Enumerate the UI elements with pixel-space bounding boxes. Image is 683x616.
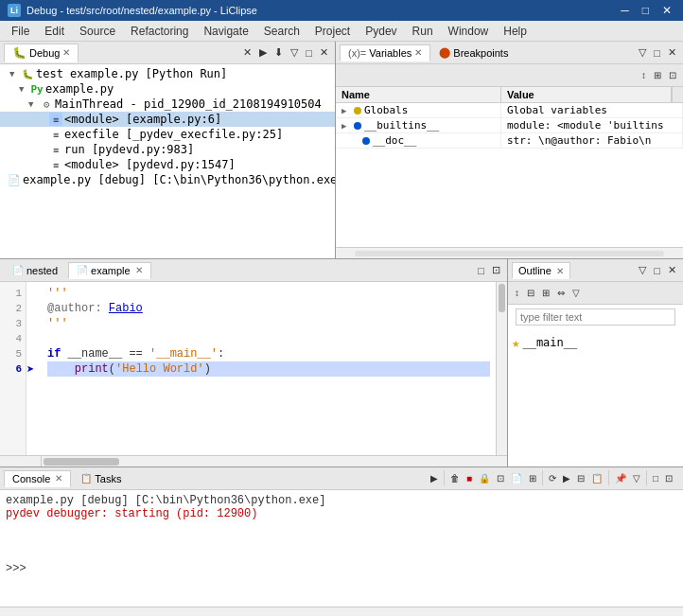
- vars-toolbar: ↕ ⊞ ⊡: [336, 64, 683, 87]
- tree-item-mainthread[interactable]: ▼ ⚙ MainThread - pid_12900_id_2108194910…: [0, 97, 335, 112]
- console-scroll-lock-btn[interactable]: 🔒: [476, 472, 493, 484]
- hscroll-thumb[interactable]: [355, 251, 664, 256]
- editor-content: 1 2 3 4 5 6 ➤ ''' @a: [0, 282, 507, 455]
- vars-tab-close[interactable]: ✕: [414, 47, 422, 58]
- menu-source[interactable]: Source: [72, 23, 123, 40]
- menu-pydev[interactable]: Pydev: [358, 23, 404, 40]
- debug-resume-btn[interactable]: ▶: [256, 45, 270, 60]
- menu-search[interactable]: Search: [256, 23, 307, 40]
- vars-row-doc[interactable]: ▶ __doc__ str: \n@author: Fabio\n: [336, 133, 683, 149]
- console-min-btn[interactable]: □: [650, 472, 661, 484]
- hscroll-thumb[interactable]: [44, 458, 119, 466]
- menu-window[interactable]: Window: [441, 23, 497, 40]
- expand-icon[interactable]: ▶: [342, 106, 351, 115]
- tab-tasks[interactable]: 📋 Tasks: [73, 471, 129, 486]
- tree-item-frame-run[interactable]: ≡ run [pydevd.py:983]: [0, 142, 335, 157]
- menu-run[interactable]: Run: [405, 23, 441, 40]
- gutter-3: [26, 316, 42, 331]
- menu-navigate[interactable]: Navigate: [196, 23, 255, 40]
- tab-debug[interactable]: 🐛 Debug ✕: [4, 44, 79, 62]
- console-btn5[interactable]: 📄: [508, 472, 525, 484]
- tab-nested[interactable]: 📄 nested: [4, 262, 66, 279]
- menu-edit[interactable]: Edit: [37, 23, 72, 40]
- tab-outline[interactable]: Outline ✕: [512, 262, 570, 279]
- tree-item-frame-module[interactable]: ≡ <module> [pydevd.py:1547]: [0, 157, 335, 172]
- close-button[interactable]: ✕: [658, 4, 675, 17]
- vars-row-builtins[interactable]: ▶ __builtins__ module: <module 'builtins: [336, 118, 683, 133]
- tab-example[interactable]: 📄 example ✕: [68, 262, 151, 279]
- editor-vscrollbar[interactable]: [496, 282, 507, 455]
- minimize-button[interactable]: ─: [617, 4, 633, 17]
- console-btn4[interactable]: ⊡: [494, 472, 507, 484]
- code-line-4: [47, 331, 490, 346]
- console-hscrollbar[interactable]: [0, 607, 683, 616]
- vars-min-btn[interactable]: □: [651, 45, 663, 60]
- menu-help[interactable]: Help: [496, 23, 534, 40]
- outline-sort-btn[interactable]: ↕: [512, 287, 522, 299]
- debug-close-btn[interactable]: ✕: [317, 45, 331, 60]
- code-area[interactable]: ''' @author: Fabio ''' if __name__ == '_…: [42, 282, 496, 455]
- console-pin-btn[interactable]: 📌: [612, 472, 629, 484]
- console-output-line: pydev debugger: starting (pid: 12900): [6, 507, 677, 520]
- expand-icon[interactable]: ▶: [342, 121, 351, 131]
- vars-close-btn[interactable]: ✕: [665, 45, 679, 60]
- debug-step-btn[interactable]: ⬇: [271, 45, 286, 60]
- example-tab-close[interactable]: ✕: [135, 265, 143, 275]
- hscroll-track[interactable]: [42, 456, 507, 466]
- tree-item-example[interactable]: ▼ Py example.py: [0, 81, 335, 97]
- builtins-dot-icon: [354, 122, 361, 130]
- tab-console[interactable]: Console ✕: [4, 470, 71, 487]
- tree-item-file[interactable]: 📄 example.py [debug] [C:\bin\Python36\py…: [0, 172, 335, 187]
- editor-max-btn[interactable]: ⊡: [489, 263, 503, 277]
- tab-breakpoints[interactable]: ⬤ Breakpoints: [431, 44, 516, 61]
- console-btn8[interactable]: ▶: [560, 472, 573, 484]
- line-num-1: 1: [4, 286, 22, 301]
- outline-close-btn[interactable]: ✕: [665, 263, 679, 277]
- outline-dropdown-btn[interactable]: ▽: [636, 263, 649, 277]
- menu-refactoring[interactable]: Refactoring: [123, 23, 196, 40]
- tab-variables[interactable]: (x)= Variables ✕: [340, 44, 430, 62]
- tree-item-test[interactable]: ▼ 🐛 test example.py [Python Run]: [0, 66, 335, 81]
- outline-tab-close[interactable]: ✕: [556, 266, 564, 276]
- gutter-2: [26, 301, 42, 316]
- vscroll-thumb[interactable]: [499, 284, 505, 312]
- debug-dropdown-btn[interactable]: ▽: [288, 45, 301, 60]
- tree-item-frame-execfile[interactable]: ≡ execfile [_pydev_execfile.py:25]: [0, 127, 335, 142]
- console-btn7[interactable]: ⟳: [546, 472, 559, 484]
- vars-dropdown-btn[interactable]: ▽: [636, 45, 649, 60]
- console-btn10[interactable]: 📋: [588, 472, 605, 484]
- vars-toolbar-btn1[interactable]: ↕: [639, 69, 649, 81]
- vars-row-globals[interactable]: ▶ Globals Global variables: [336, 103, 683, 118]
- vars-header: Name Value: [336, 87, 683, 103]
- outline-settings-btn[interactable]: ▽: [569, 287, 583, 299]
- debug-min-btn[interactable]: □: [303, 45, 315, 60]
- editor-min-btn[interactable]: □: [475, 263, 487, 277]
- vars-toolbar-btn3[interactable]: ⊡: [666, 69, 679, 81]
- menu-file[interactable]: File: [4, 23, 37, 40]
- outline-item-main[interactable]: ★ __main__: [512, 333, 679, 352]
- console-run-btn[interactable]: ▶: [428, 472, 441, 484]
- console-dropdown-btn[interactable]: ▽: [630, 472, 643, 484]
- code-line-2: @author: Fabio: [47, 301, 490, 316]
- tree-item-frame-selected[interactable]: ≡ <module> [example.py:6]: [0, 112, 335, 127]
- console-max-btn[interactable]: ⊡: [662, 472, 675, 484]
- vars-toolbar-btn2[interactable]: ⊞: [651, 69, 664, 81]
- debug-tab-close[interactable]: ✕: [62, 47, 70, 58]
- outline-collapse-btn[interactable]: ⊟: [524, 287, 537, 299]
- outline-min-btn[interactable]: □: [651, 263, 663, 277]
- console-btn6[interactable]: ⊞: [526, 472, 539, 484]
- code-line-6: print('Hello World'): [47, 361, 490, 377]
- debug-remove-btn[interactable]: ✕: [240, 45, 254, 60]
- outline-filter-input[interactable]: [516, 308, 675, 326]
- tasks-tab-icon: 📋: [80, 473, 92, 484]
- console-clear-btn[interactable]: 🗑: [447, 472, 463, 484]
- outline-link-btn[interactable]: ⇔: [554, 287, 568, 299]
- console-btn9[interactable]: ⊟: [574, 472, 587, 484]
- outline-expand-btn[interactable]: ⊞: [539, 287, 552, 299]
- line-num-2: 2: [4, 301, 22, 316]
- console-stop-btn[interactable]: ■: [464, 472, 475, 484]
- menu-project[interactable]: Project: [307, 23, 358, 40]
- titlebar-controls[interactable]: ─ □ ✕: [617, 4, 675, 17]
- console-tab-close[interactable]: ✕: [55, 473, 62, 484]
- maximize-button[interactable]: □: [639, 4, 653, 17]
